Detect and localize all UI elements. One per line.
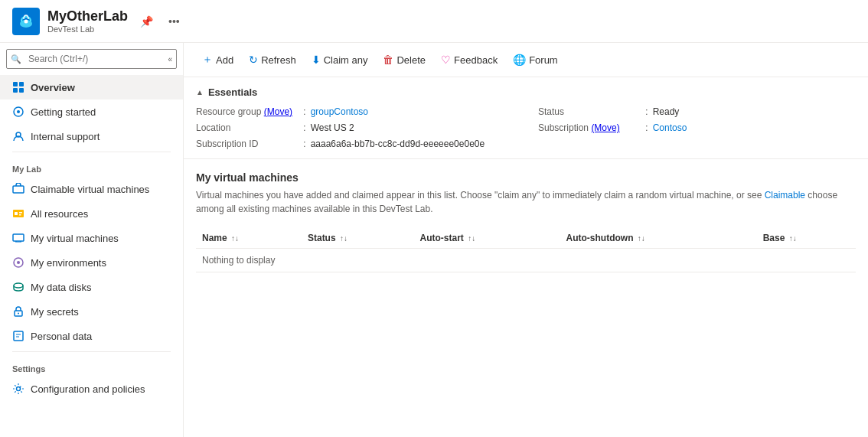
sidebar-item-getting-started[interactable]: Getting started [0, 99, 183, 124]
svg-rect-13 [13, 234, 24, 241]
essentials-label-resource-group: Resource group (Move) [196, 106, 303, 117]
my-vms-icon [12, 232, 24, 244]
sidebar-item-claimable-vms[interactable]: Claimable virtual machines [0, 177, 183, 201]
sidebar-item-config-policies[interactable]: Configuration and policies [0, 377, 183, 401]
essentials-value-subscription-id: aaaa6a6a-bb7b-cc8c-dd9d-eeeeee0e0e0e [311, 139, 485, 149]
col-header-base[interactable]: Base ↑↓ [757, 228, 856, 249]
sidebar-item-my-secrets[interactable]: My secrets [0, 299, 183, 324]
header-icons: 📌 ••• [137, 12, 183, 31]
sidebar-item-all-resources[interactable]: All resources [0, 201, 183, 226]
forum-icon: 🌐 [513, 54, 526, 66]
svg-rect-11 [19, 212, 22, 214]
feedback-button[interactable]: ♡ Feedback [435, 50, 504, 70]
my-environments-icon [12, 256, 24, 269]
app-icon [12, 8, 40, 35]
svg-point-1 [24, 19, 28, 23]
app-subtitle: DevTest Lab [47, 24, 128, 34]
top-header: MyOtherLab DevTest Lab 📌 ••• [0, 0, 868, 43]
sidebar-item-my-data-disks[interactable]: My data disks [0, 275, 183, 299]
sort-status-icon: ↑↓ [340, 234, 348, 243]
add-icon: ＋ [202, 53, 213, 67]
sort-base-icon: ↑↓ [789, 234, 797, 243]
essentials-grid: Resource group (Move) : groupContoso Sta… [196, 106, 856, 149]
forum-button[interactable]: 🌐 Forum [507, 50, 564, 70]
more-button[interactable]: ••• [165, 12, 183, 31]
sidebar-item-my-vms[interactable]: My virtual machines [0, 226, 183, 250]
my-secrets-icon [12, 305, 24, 318]
essentials-label-location: Location [196, 122, 303, 133]
vm-table-body: Nothing to display [196, 249, 856, 272]
pin-button[interactable]: 📌 [137, 12, 156, 31]
claim-any-label: Claim any [324, 54, 368, 66]
essentials-section: ▲ Essentials Resource group (Move) : gro… [184, 77, 868, 159]
sidebar-item-my-environments[interactable]: My environments [0, 250, 183, 275]
internal-support-icon [12, 130, 24, 142]
toolbar: ＋ Add ↻ Refresh ⬇ Claim any 🗑 Delete ♡ F… [184, 43, 868, 77]
vm-table-header: Name ↑↓ Status ↑↓ Auto-start ↑↓ Auto-shu… [196, 228, 856, 249]
svg-rect-4 [13, 88, 18, 93]
sidebar-item-overview[interactable]: Overview [0, 75, 183, 99]
feedback-label: Feedback [454, 54, 498, 66]
essentials-label-subscription-id: Subscription ID [196, 139, 303, 149]
claimable-vms-icon [12, 183, 24, 195]
search-icon: 🔍 [11, 54, 21, 64]
sidebar-item-internal-support[interactable]: Internal support [0, 124, 183, 148]
essentials-title: Essentials [208, 86, 257, 98]
svg-point-18 [18, 313, 19, 315]
vm-table: Name ↑↓ Status ↑↓ Auto-start ↑↓ Auto-shu… [196, 228, 856, 272]
claim-any-icon: ⬇ [312, 54, 321, 66]
divider-my-lab [12, 152, 171, 152]
claimable-link[interactable]: Claimable [765, 190, 805, 201]
essentials-header[interactable]: ▲ Essentials [196, 86, 856, 98]
sidebar: 🔍 « Overview Getting started Internal su… [0, 43, 184, 437]
svg-point-15 [17, 261, 20, 264]
essentials-value-status: Ready [653, 106, 680, 117]
col-header-name[interactable]: Name ↑↓ [196, 228, 302, 249]
vm-table-empty-message: Nothing to display [196, 249, 856, 272]
move-resource-group-link[interactable]: (Move) [264, 106, 292, 117]
col-header-status[interactable]: Status ↑↓ [302, 228, 414, 249]
svg-rect-19 [14, 331, 23, 341]
svg-point-16 [14, 283, 23, 288]
feedback-icon: ♡ [441, 54, 451, 66]
config-policies-icon [12, 383, 24, 395]
refresh-label: Refresh [261, 54, 296, 66]
essentials-value-subscription: Contoso [653, 122, 687, 133]
search-input[interactable] [6, 49, 177, 69]
all-resources-icon [12, 207, 24, 220]
group-contoso-link[interactable]: groupContoso [311, 106, 368, 117]
sidebar-label-my-secrets: My secrets [31, 306, 79, 318]
sidebar-label-config-policies: Configuration and policies [31, 383, 145, 395]
contoso-link[interactable]: Contoso [653, 122, 687, 133]
sidebar-label-internal-support: Internal support [31, 131, 100, 142]
svg-rect-5 [19, 88, 24, 93]
essentials-value-location: West US 2 [311, 122, 354, 133]
essentials-value-resource-group: groupContoso [311, 106, 368, 117]
vm-table-empty-row: Nothing to display [196, 249, 856, 272]
delete-button[interactable]: 🗑 Delete [377, 50, 432, 70]
collapse-sidebar-button[interactable]: « [168, 55, 172, 64]
col-header-auto-start[interactable]: Auto-start ↑↓ [414, 228, 560, 249]
sidebar-label-getting-started: Getting started [31, 106, 96, 118]
sidebar-label-overview: Overview [31, 82, 75, 93]
svg-rect-12 [19, 214, 21, 216]
refresh-button[interactable]: ↻ Refresh [243, 50, 302, 70]
claim-any-button[interactable]: ⬇ Claim any [305, 50, 374, 70]
move-subscription-link[interactable]: (Move) [591, 122, 619, 133]
col-header-auto-shutdown[interactable]: Auto-shutdown ↑↓ [560, 228, 757, 249]
sidebar-item-personal-data[interactable]: Personal data [0, 324, 183, 348]
essentials-row-status: Status : Ready [538, 106, 856, 117]
essentials-label-subscription: Subscription (Move) [538, 122, 645, 133]
personal-data-icon [12, 330, 24, 342]
vm-table-header-row: Name ↑↓ Status ↑↓ Auto-start ↑↓ Auto-shu… [196, 228, 856, 249]
overview-icon [12, 81, 24, 93]
delete-label: Delete [396, 54, 426, 66]
vm-description: Virtual machines you have added and clai… [196, 188, 856, 216]
essentials-row-subscription: Subscription (Move) : Contoso [538, 122, 856, 133]
svg-rect-10 [15, 212, 18, 215]
essentials-label-status: Status [538, 106, 645, 117]
sort-autostart-icon: ↑↓ [468, 234, 475, 243]
search-box: 🔍 « [6, 49, 177, 69]
content-area: ＋ Add ↻ Refresh ⬇ Claim any 🗑 Delete ♡ F… [184, 43, 868, 437]
add-button[interactable]: ＋ Add [196, 49, 240, 70]
